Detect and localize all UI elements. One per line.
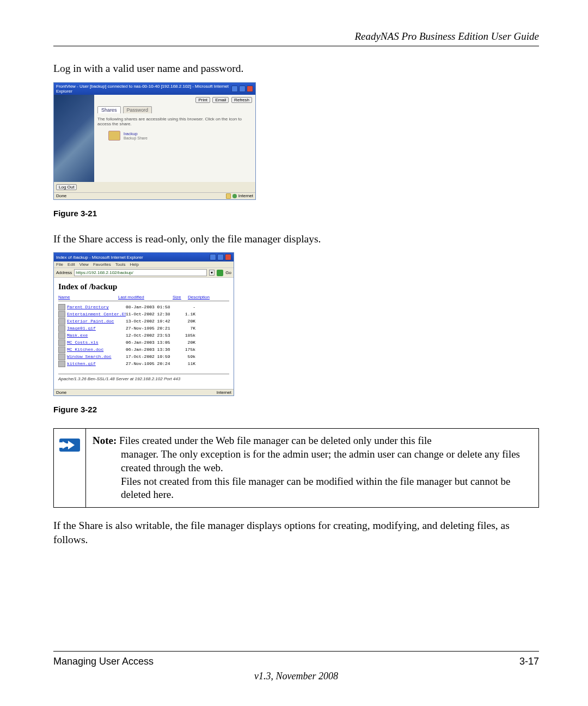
file-icon [58, 311, 65, 318]
refresh-button[interactable]: Refresh [231, 97, 252, 103]
menu-file[interactable]: File [56, 262, 63, 267]
window-titlebar: FrontView - User [backup] connected to n… [54, 83, 255, 95]
email-button[interactable]: Email [212, 97, 229, 103]
note-label: Note: [93, 435, 117, 446]
file-icon [58, 346, 65, 353]
note-line3: Files not created from this file manager… [121, 475, 532, 502]
file-name[interactable]: Entertainment Center.ESD [67, 312, 126, 317]
sidebar-image [54, 95, 94, 182]
status-zone: Internet [238, 193, 253, 198]
minimize-icon[interactable] [210, 254, 216, 260]
go-label: Go [225, 270, 231, 275]
file-row[interactable]: Image01.gif27-Nov-1995 20:217K [58, 325, 229, 332]
figure-21-caption: Figure 3-21 [53, 209, 539, 218]
go-button-icon[interactable] [217, 270, 223, 276]
file-size: 20K [180, 319, 198, 324]
share-item[interactable]: backup Backup Share [108, 131, 252, 141]
file-modified: 27-Nov-1995 20:21 [126, 326, 180, 331]
address-label: Address [56, 270, 72, 275]
file-modified: 06-Jan-2003 13:05 [126, 340, 180, 345]
file-modified: 13-Oct-2002 19:42 [126, 319, 180, 324]
file-row[interactable]: Window Search.doc17-Oct-2002 19:5959k [58, 353, 229, 360]
folder-icon [108, 131, 120, 141]
file-modified: 08-Jan-2003 01:58 [126, 305, 180, 309]
after-note-paragraph: If the Share is also writable, the file … [53, 519, 539, 546]
globe-icon [232, 194, 237, 198]
file-size: 175k [180, 347, 198, 352]
note-callout: Note: Files created under the Web file m… [53, 428, 539, 507]
file-modified: 27-Nov-1995 20:24 [126, 361, 180, 366]
index-heading: Index of /backup [58, 282, 229, 291]
share-instruction-text: The following shares are accessible usin… [97, 117, 252, 126]
menu-view[interactable]: View [79, 262, 89, 267]
file-row[interactable]: kitchen.gif27-Nov-1995 20:2411K [58, 360, 229, 367]
print-button[interactable]: Print [195, 97, 210, 103]
window-title-text-2: Index of /backup - Microsoft Internet Ex… [56, 255, 143, 260]
file-icon [58, 339, 65, 346]
file-modified: 17-Oct-2002 19:59 [126, 354, 180, 359]
figure-22-window: Index of /backup - Microsoft Internet Ex… [53, 252, 234, 396]
logout-button[interactable]: Log Out [56, 184, 77, 190]
intro-paragraph: Log in with a valid user name and passwo… [53, 62, 539, 76]
footer-page-number: 3-17 [519, 656, 539, 667]
footer-section-name: Managing User Access [53, 656, 154, 667]
file-size: 11K [180, 361, 198, 366]
file-modified: 12-Oct-2002 23:53 [126, 333, 180, 338]
file-name[interactable]: Exterior Paint.doc [67, 319, 126, 324]
close-icon[interactable] [247, 86, 253, 92]
file-icon [58, 325, 65, 332]
file-name[interactable]: Image01.gif [67, 326, 126, 331]
maximize-icon[interactable] [239, 86, 246, 92]
menu-help[interactable]: Help [130, 262, 138, 267]
file-icon [58, 332, 65, 339]
note-line2: manager. The only exception is for the a… [121, 448, 532, 474]
file-size: - [180, 305, 198, 309]
share-desc: Backup Share [124, 136, 148, 140]
menu-fav[interactable]: Favorites [93, 262, 111, 267]
file-size: 59k [180, 354, 198, 359]
lock-icon [226, 193, 231, 199]
file-row[interactable]: MC Kitchen.doc06-Jan-2003 13:36175k [58, 346, 229, 353]
col-name[interactable]: Name [58, 295, 118, 300]
window-titlebar-2: Index of /backup - Microsoft Internet Ex… [54, 253, 234, 261]
col-modified[interactable]: Last modified [118, 295, 173, 300]
status-done: Done [56, 193, 66, 198]
file-row[interactable]: Entertainment Center.ESD11-Oct-2002 12:3… [58, 311, 229, 318]
after-fig21-paragraph: If the Share access is read-only, only t… [53, 232, 539, 246]
file-row[interactable]: Exterior Paint.doc13-Oct-2002 19:4220K [58, 318, 229, 325]
file-row[interactable]: Mask.exe12-Oct-2002 23:53185k [58, 332, 229, 339]
file-name[interactable]: Mask.exe [67, 333, 126, 338]
footer-version: v1.3, November 2008 [53, 671, 539, 682]
file-name[interactable]: Window Search.doc [67, 354, 126, 359]
note-line1: Files created under the Web file manager… [117, 435, 431, 446]
file-size: 1.1K [180, 312, 198, 317]
file-name[interactable]: MC Kitchen.doc [67, 347, 126, 352]
arrow-right-icon [59, 439, 80, 452]
dropdown-icon[interactable]: ▾ [209, 270, 215, 276]
col-size[interactable]: Size [173, 295, 188, 300]
file-modified: 06-Jan-2003 13:36 [126, 347, 180, 352]
menu-edit[interactable]: Edit [68, 262, 75, 267]
password-tab[interactable]: Password [123, 106, 152, 113]
close-icon[interactable] [225, 254, 231, 260]
file-icon [58, 354, 65, 360]
file-name[interactable]: kitchen.gif [67, 361, 126, 366]
file-row[interactable]: Parent Directory08-Jan-2003 01:58- [58, 303, 229, 311]
file-modified: 11-Oct-2002 12:38 [126, 312, 180, 317]
browser-menubar: File Edit View Favorites Tools Help [54, 261, 234, 267]
file-size: 185k [180, 333, 198, 338]
server-signature: Apache/1.3.26 Ben-SSL/1.48 Server at 192… [58, 374, 229, 381]
figure-22-caption: Figure 3-22 [53, 405, 539, 414]
minimize-icon[interactable] [231, 86, 238, 92]
figure-21-window: FrontView - User [backup] connected to n… [53, 82, 256, 200]
menu-tools[interactable]: Tools [115, 262, 126, 267]
col-desc[interactable]: Description [188, 295, 229, 300]
file-name[interactable]: Parent Directory [67, 305, 126, 309]
file-row[interactable]: MC Costs.xls06-Jan-2003 13:0520K [58, 339, 229, 346]
shares-tab[interactable]: Shares [97, 106, 121, 113]
footer-divider [53, 651, 539, 652]
maximize-icon[interactable] [217, 254, 224, 260]
address-input[interactable]: https://192.168.2.102/backup/ [74, 269, 207, 276]
file-name[interactable]: MC Costs.xls [67, 340, 126, 345]
status-zone-2: Internet [217, 390, 231, 395]
